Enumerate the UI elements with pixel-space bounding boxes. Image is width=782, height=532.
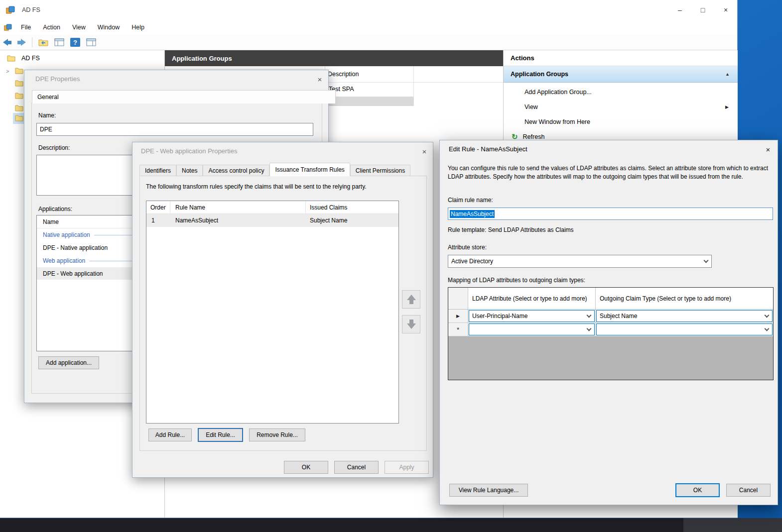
tab-general[interactable]: General <box>32 90 336 104</box>
minimize-button[interactable]: – <box>668 0 691 20</box>
outgoing-claim-select-empty[interactable] <box>596 323 773 335</box>
tab-issuance-transform-rules[interactable]: Issuance Transform Rules <box>269 163 350 176</box>
claim-rule-name-input[interactable]: NameAsSubject <box>448 208 773 220</box>
dialog-title: DPE Properties <box>35 75 80 83</box>
chevron-down-icon[interactable] <box>761 324 772 335</box>
menu-window[interactable]: Window <box>92 20 126 35</box>
col-header-outgoing-claim[interactable]: Outgoing Claim Type (Select or type to a… <box>596 288 773 309</box>
name-input[interactable]: DPE <box>36 123 313 136</box>
taskbar-segment[interactable] <box>683 518 782 532</box>
action-new-window[interactable]: New Window from Here <box>504 114 738 129</box>
apply-button[interactable]: Apply <box>385 461 429 474</box>
help-icon[interactable]: ? <box>70 38 80 47</box>
close-icon[interactable]: × <box>419 146 430 156</box>
taskbar[interactable] <box>0 518 782 532</box>
dialog-titlebar[interactable]: DPE Properties <box>24 70 328 87</box>
button-label: Add Rule... <box>155 431 185 438</box>
tab-label: Identifiers <box>145 167 171 174</box>
action-view[interactable]: View ▶ <box>504 100 738 114</box>
menu-file[interactable]: File <box>15 20 37 35</box>
close-button[interactable]: × <box>714 0 737 20</box>
window-titlebar[interactable]: AD FS – □ × <box>0 0 737 20</box>
folder-icon <box>15 105 23 113</box>
tab-notes[interactable]: Notes <box>176 165 203 176</box>
folder-icon <box>15 92 23 101</box>
collapse-icon[interactable]: ▲ <box>725 72 730 77</box>
desktop: AD FS – □ × File Action View Window Help… <box>0 0 782 532</box>
actions-group-header[interactable]: Application Groups ▲ <box>504 66 738 83</box>
ok-button[interactable]: OK <box>675 483 720 497</box>
chevron-down-icon[interactable] <box>761 311 772 321</box>
maximize-button[interactable]: □ <box>691 0 714 20</box>
button-label: Remove Rule... <box>257 431 298 438</box>
tree-node-adfs[interactable]: AD FS <box>0 52 164 65</box>
tab-label: Client Permissions <box>356 167 405 174</box>
col-header-issued-claims[interactable]: Issued Claims <box>306 201 398 213</box>
chevron-down-icon[interactable] <box>700 255 711 267</box>
remove-rule-button[interactable]: Remove Rule... <box>249 428 305 441</box>
add-application-button[interactable]: Add application... <box>38 356 99 369</box>
forward-button[interactable] <box>17 39 26 46</box>
close-icon[interactable]: × <box>763 144 774 154</box>
expand-chevron-icon[interactable]: > <box>6 68 9 74</box>
tab-strip: Identifiers Notes Access control policy … <box>139 163 410 176</box>
menu-help[interactable]: Help <box>126 20 150 35</box>
col-header-ldap-attribute[interactable]: LDAP Attribute (Select or type to add mo… <box>468 288 596 309</box>
column-header-description[interactable]: Description <box>328 71 359 78</box>
col-header-rule-name[interactable]: Rule Name <box>170 201 306 213</box>
tab-identifiers[interactable]: Identifiers <box>139 165 176 176</box>
col-header-order[interactable]: Order <box>146 201 170 213</box>
show-console-tree-icon[interactable] <box>54 38 64 46</box>
chevron-down-icon[interactable] <box>583 324 594 335</box>
chevron-down-icon[interactable] <box>583 311 594 321</box>
tree-node-label: AD FS <box>21 55 40 62</box>
button-label: OK <box>302 464 310 471</box>
cancel-button[interactable]: Cancel <box>334 461 379 474</box>
move-rule-down-button[interactable] <box>402 315 420 333</box>
dialog-titlebar[interactable]: DPE - Web application Properties <box>132 142 433 159</box>
action-add-application-group[interactable]: Add Application Group... <box>504 85 738 100</box>
tab-client-permissions[interactable]: Client Permissions <box>350 165 410 176</box>
rule-row[interactable]: 1 NameAsSubject Subject Name <box>146 214 398 227</box>
selected-option: Subject Name <box>597 313 761 319</box>
rule-name-cell: NameAsSubject <box>170 214 306 227</box>
ok-button[interactable]: OK <box>284 461 328 474</box>
claim-rule-name-label: Claim rule name: <box>448 197 493 204</box>
list-header-name[interactable]: Name <box>43 218 59 225</box>
new-row-marker-icon: * <box>448 323 468 336</box>
add-rule-button[interactable]: Add Rule... <box>148 428 192 441</box>
button-label: Cancel <box>739 487 758 494</box>
edit-rule-button[interactable]: Edit Rule... <box>198 428 243 442</box>
ldap-attribute-select[interactable]: User-Principal-Name <box>469 310 595 322</box>
back-button[interactable] <box>3 39 11 46</box>
attribute-store-select[interactable]: Active Directory <box>448 255 712 268</box>
actions-panel-title: Actions <box>504 50 738 66</box>
ldap-attribute-cell <box>468 323 596 336</box>
ldap-attribute-cell: User-Principal-Name <box>468 310 596 322</box>
rules-table[interactable]: Order Rule Name Issued Claims 1 NameAsSu… <box>146 201 399 424</box>
folder-icon <box>7 55 15 62</box>
outgoing-claim-cell <box>596 323 773 336</box>
cancel-button[interactable]: Cancel <box>726 484 771 497</box>
center-panel-title: Application Groups <box>172 55 232 62</box>
view-rule-language-button[interactable]: View Rule Language... <box>449 484 528 497</box>
outgoing-claim-select[interactable]: Subject Name <box>596 310 773 322</box>
menu-bar: File Action View Window Help – × <box>0 20 737 35</box>
close-icon[interactable]: × <box>314 74 325 84</box>
tab-label: Notes <box>182 167 197 174</box>
ldap-attribute-select-empty[interactable] <box>469 323 595 335</box>
tab-access-control-policy[interactable]: Access control policy <box>203 165 269 176</box>
description-label: Description: <box>38 144 70 151</box>
button-label: Cancel <box>347 464 366 471</box>
mapping-header-row: LDAP Attribute (Select or type to add mo… <box>448 288 773 310</box>
dialog-titlebar[interactable]: Edit Rule - NameAsSubject <box>440 140 778 157</box>
menu-view[interactable]: View <box>66 20 92 35</box>
standard-view-icon[interactable] <box>86 38 96 46</box>
rule-template-label: Rule template: Send LDAP Attributes as C… <box>448 226 574 233</box>
group-label: Native application <box>43 231 90 238</box>
export-list-icon[interactable] <box>38 38 48 46</box>
menu-action[interactable]: Action <box>37 20 66 35</box>
column-divider[interactable] <box>413 66 414 106</box>
move-rule-up-button[interactable] <box>402 290 420 309</box>
tab-label: Access control policy <box>208 167 264 174</box>
